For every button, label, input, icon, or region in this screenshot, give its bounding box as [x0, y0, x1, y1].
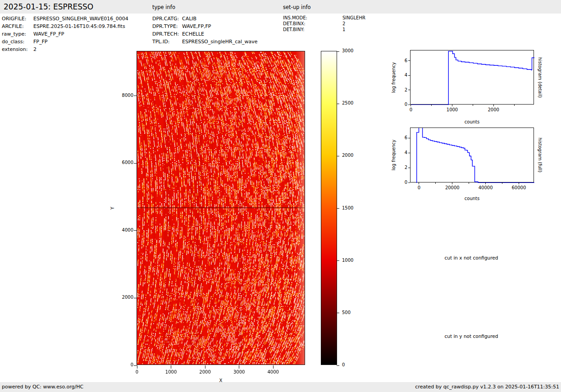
info-row: INS.MODE:SINGLEHR	[283, 15, 365, 21]
histogram-full-plot: log frequency histogram (full) counts 02…	[410, 128, 534, 182]
qc-report-page: 2025-01-15: ESPRESSO type info set-up in…	[0, 0, 561, 392]
info-label: DET.BINY:	[283, 27, 342, 32]
colorbar-tick-label: 1000	[342, 258, 353, 263]
info-value: ESPRESSO_singleHR_cal_wave	[182, 38, 258, 46]
colorbar-tick-mark	[337, 208, 339, 209]
x-tick-label: 0	[400, 107, 422, 112]
x-tick-label: 40000	[474, 185, 497, 190]
info-row: DPR.CATG:CALIB	[152, 15, 258, 23]
x-tick-mark	[239, 365, 239, 369]
x-minor-tick-mark	[502, 182, 502, 184]
info-label: DET.BINX:	[283, 21, 342, 27]
info-value: 2	[33, 46, 36, 53]
histogram-full-xlabel: counts	[410, 196, 534, 201]
x-minor-tick-mark	[514, 105, 515, 106]
info-row: DPR.TECH:ECHELLE	[152, 30, 258, 38]
y-tick-label: 4000	[115, 228, 133, 232]
cut-in-x-message: cut in x not configured	[445, 255, 498, 260]
x-tick-mark	[137, 365, 137, 369]
histogram-detail-plot: log frequency histogram (detail) counts …	[410, 50, 534, 105]
x-tick-label: 1000	[158, 369, 185, 374]
x-tick-label: 1000	[441, 107, 464, 112]
y-tick-label: 2	[396, 87, 407, 92]
y-tick-mark	[134, 163, 137, 164]
colorbar-tick-label: 500	[342, 310, 351, 315]
y-tick-mark	[408, 105, 410, 105]
info-value: CALIB	[182, 15, 196, 23]
y-tick-label: 0	[115, 362, 133, 367]
histogram-full-line	[410, 128, 534, 183]
y-tick-label: 6000	[115, 160, 133, 165]
x-tick-mark	[493, 105, 494, 106]
y-tick-mark	[408, 182, 410, 183]
y-tick-label: 8000	[115, 93, 133, 98]
histogram-detail-xlabel: counts	[410, 119, 534, 124]
colorbar-tick-mark	[337, 104, 339, 104]
header-bar: 2025-01-15: ESPRESSO type info set-up in…	[0, 0, 561, 14]
info-row: ORIGFILE:ESPRESSO_SINGLEHR_WAVE016_0004	[2, 15, 128, 23]
info-label: ORIGFILE:	[2, 15, 33, 23]
footer-bar: powered by QC: www.eso.org/HC created by…	[0, 382, 561, 392]
info-row: DET.BINX:2	[283, 21, 365, 27]
colorbar-tick-label: 1500	[342, 205, 353, 210]
info-label: INS.MODE:	[283, 15, 342, 21]
info-row: do_class:FP_FP	[2, 38, 128, 46]
info-row: extension:2	[2, 46, 128, 53]
page-title: 2025-01-15: ESPRESSO	[4, 0, 93, 14]
colorbar-tick-mark	[337, 365, 339, 366]
y-tick-mark	[408, 75, 410, 76]
histogram-full-right-label: histogram (full)	[538, 137, 543, 172]
y-tick-mark	[408, 90, 410, 90]
histogram-full-ylabel: log frequency	[391, 140, 396, 171]
y-tick-mark	[408, 60, 410, 61]
x-tick-label: 60000	[507, 185, 530, 190]
histogram-detail-line	[410, 50, 534, 105]
x-tick-mark	[410, 105, 411, 106]
y-tick-mark	[134, 365, 137, 366]
footer-powered-by: powered by QC: www.eso.org/HC	[2, 382, 83, 392]
section-header-type-info: type info	[152, 0, 175, 14]
raw-display-plot: X Y 0100020003000400002000400060008000	[137, 51, 305, 365]
x-minor-tick-mark	[469, 182, 469, 184]
colorbar-tick-mark	[337, 156, 339, 156]
x-tick-mark	[452, 105, 452, 106]
info-row: DPR.TYPE:WAVE,FP,FP	[152, 23, 258, 30]
info-value: 1	[342, 27, 345, 32]
y-tick-mark	[134, 298, 137, 298]
setup-info-block: INS.MODE:SINGLEHRDET.BINX:2DET.BINY:1	[283, 15, 365, 32]
info-row: ARCFILE:ESPRE.2025-01-16T10:45:09.784.fi…	[2, 23, 128, 30]
info-value: WAVE_FP_FP	[33, 30, 64, 38]
file-info-block: ORIGFILE:ESPRESSO_SINGLEHR_WAVE016_0004A…	[2, 15, 128, 53]
type-info-block: DPR.CATG:CALIBDPR.TYPE:WAVE,FP,FPDPR.TEC…	[152, 15, 258, 46]
info-label: DPR.TYPE:	[152, 23, 182, 30]
info-label: DPR.TECH:	[152, 30, 182, 38]
colorbar-tick-mark	[337, 313, 339, 313]
x-minor-tick-mark	[431, 105, 432, 106]
x-minor-tick-mark	[473, 105, 473, 106]
x-tick-label: 3000	[226, 369, 253, 374]
y-tick-label: 0	[396, 102, 407, 107]
info-label: ARCFILE:	[2, 23, 33, 30]
y-tick-mark	[408, 168, 410, 168]
x-tick-mark	[519, 182, 519, 184]
info-label: DPR.CATG:	[152, 15, 182, 23]
raw-display-heatmap	[137, 51, 305, 365]
info-row: DET.BINY:1	[283, 27, 365, 32]
x-tick-mark	[205, 365, 205, 369]
x-tick-label: 0	[123, 369, 151, 374]
colorbar-tick-label: 0	[342, 362, 345, 367]
y-tick-label: 0	[396, 180, 407, 185]
footer-created-by: created by qc_rawdisp.py v1.2.3 on 2025-…	[415, 382, 559, 392]
colorbar-tick-label: 2000	[342, 153, 353, 158]
info-value: 2	[342, 21, 345, 27]
colorbar-tick-mark	[337, 260, 339, 261]
histogram-detail-ylabel: log frequency	[391, 62, 396, 93]
info-row: TPL.ID:ESPRESSO_singleHR_cal_wave	[152, 38, 258, 46]
info-value: SINGLEHR	[342, 15, 365, 21]
x-tick-label: 2000	[192, 369, 219, 374]
histogram-detail-frame	[410, 50, 534, 105]
histogram-full-frame	[410, 128, 534, 182]
x-tick-label: 2000	[482, 107, 505, 112]
y-tick-mark	[408, 138, 410, 138]
y-tick-mark	[408, 153, 410, 153]
